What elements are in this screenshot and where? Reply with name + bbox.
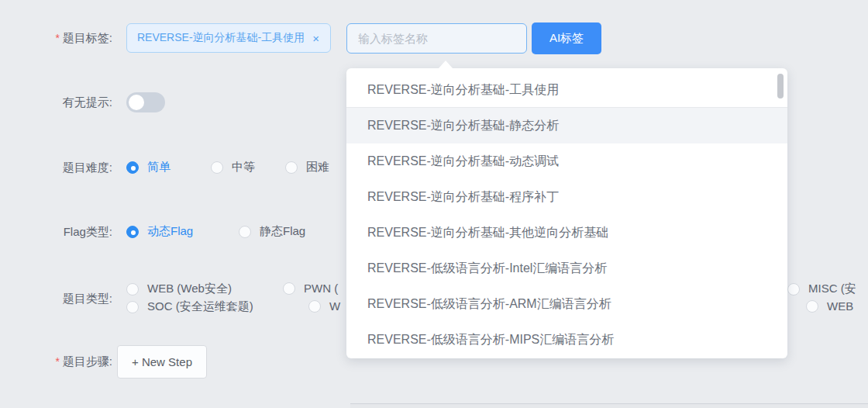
tag-name-input[interactable]	[346, 23, 527, 54]
radio-circle	[806, 300, 818, 313]
toggle-knob	[129, 95, 144, 110]
radio-circle	[239, 226, 251, 238]
tag-field-label: *题目标签:	[0, 31, 112, 46]
steps-field-label: *题目步骤:	[0, 354, 112, 369]
steps-field-label-text: 题目步骤:	[63, 354, 112, 368]
question-type-option-pwn[interactable]: PWN (	[283, 282, 338, 295]
radio-circle	[787, 283, 800, 296]
radio-label: SOC (安全运维套题)	[147, 299, 253, 314]
radio-circle	[285, 161, 298, 174]
radio-circle	[126, 161, 139, 174]
dropdown-option[interactable]: REVERSE-逆向分析基础-其他逆向分析基础	[346, 215, 787, 251]
new-step-button[interactable]: + New Step	[117, 345, 207, 379]
hint-toggle[interactable]	[126, 92, 165, 112]
required-asterisk: *	[55, 355, 59, 368]
radio-circle	[126, 226, 139, 238]
radio-label: 简单	[147, 160, 170, 175]
radio-label: W	[329, 299, 340, 313]
radio-label: MISC (安	[808, 282, 856, 296]
difficulty-option-medium[interactable]: 中等	[211, 160, 255, 175]
difficulty-field-label: 题目难度:	[0, 161, 112, 175]
hint-field-label: 有无提示:	[0, 95, 112, 110]
question-type-option-w[interactable]: W	[308, 299, 340, 313]
radio-label: 中等	[232, 160, 255, 175]
dropdown-option[interactable]: REVERSE-逆向分析基础-工具使用	[346, 73, 787, 108]
radio-circle	[211, 161, 223, 174]
question-type-option-soc[interactable]: SOC (安全运维套题)	[126, 299, 253, 314]
question-type-option-misc[interactable]: MISC (安	[787, 282, 856, 296]
question-type-option-web[interactable]: WEB (Web安全)	[126, 282, 232, 296]
radio-label: PWN (	[304, 282, 338, 295]
dropdown-pointer-arrow	[439, 61, 453, 68]
dropdown-option[interactable]: REVERSE-逆向分析基础-动态调试	[346, 143, 787, 179]
dropdown-option[interactable]: REVERSE-低级语言分析-Intel汇编语言分析	[346, 251, 787, 286]
radio-circle	[126, 283, 139, 296]
radio-label: WEB	[827, 299, 853, 313]
radio-label: 动态Flag	[147, 224, 193, 239]
selected-tag-chip[interactable]: REVERSE-逆向分析基础-工具使用 ×	[126, 23, 331, 53]
tag-chip-text: REVERSE-逆向分析基础-工具使用	[137, 31, 305, 45]
dropdown-option[interactable]: REVERSE-逆向分析基础-程序补丁	[346, 179, 787, 215]
content-panel-top-edge	[350, 403, 868, 408]
flag-type-option-static[interactable]: 静态Flag	[239, 224, 305, 239]
flag-type-option-dynamic[interactable]: 动态Flag	[126, 224, 193, 239]
question-type-option-web2[interactable]: WEB	[806, 299, 853, 313]
tag-suggestion-dropdown: REVERSE-逆向分析基础-工具使用 REVERSE-逆向分析基础-静态分析 …	[346, 68, 787, 358]
radio-circle	[308, 300, 321, 313]
required-asterisk: *	[55, 32, 59, 44]
ai-tag-button[interactable]: AI标签	[532, 22, 601, 54]
tag-remove-icon[interactable]: ×	[312, 33, 319, 44]
dropdown-option[interactable]: REVERSE-低级语言分析-ARM汇编语言分析	[346, 286, 787, 322]
question-edit-form: *题目标签: REVERSE-逆向分析基础-工具使用 × AI标签 有无提示: …	[0, 0, 868, 408]
radio-label: 静态Flag	[260, 224, 305, 239]
difficulty-option-hard[interactable]: 困难	[285, 160, 329, 175]
radio-circle	[126, 301, 139, 313]
dropdown-option[interactable]: REVERSE-逆向分析基础-静态分析	[346, 108, 787, 143]
radio-label: WEB (Web安全)	[147, 282, 232, 296]
flag-type-field-label: Flag类型:	[0, 225, 112, 240]
tag-field-label-text: 题目标签:	[63, 31, 112, 44]
question-type-field-label: 题目类型:	[0, 292, 112, 306]
radio-circle	[283, 282, 295, 295]
difficulty-option-easy[interactable]: 简单	[126, 160, 170, 175]
dropdown-scrollbar-thumb[interactable]	[777, 74, 784, 99]
dropdown-option[interactable]: REVERSE-低级语言分析-MIPS汇编语言分析	[346, 322, 787, 358]
radio-label: 困难	[306, 160, 329, 175]
